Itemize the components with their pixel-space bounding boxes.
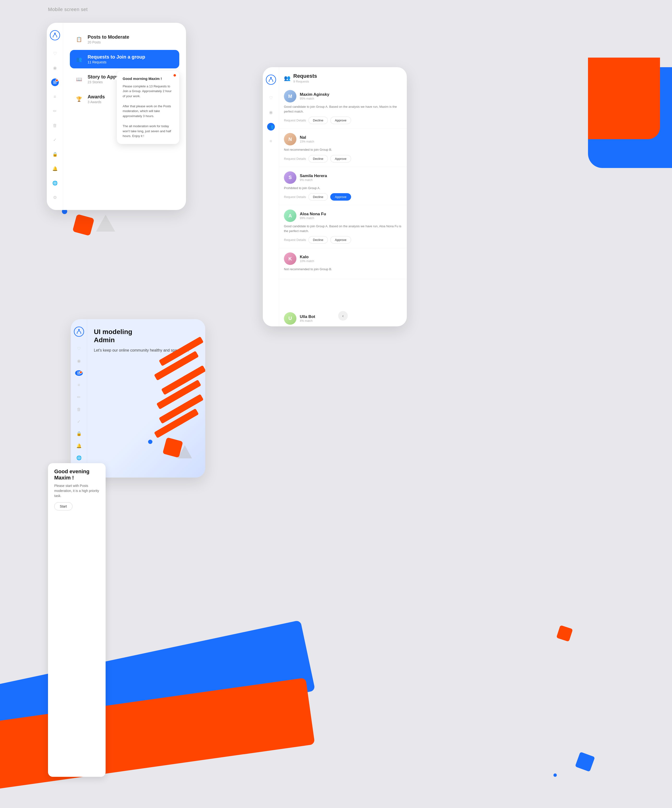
approve-btn-maxim[interactable]: Approve xyxy=(330,117,351,124)
request-item-samila: S Samila Herera 9% match Prohibited to j… xyxy=(279,167,407,205)
phone2-sidebar: ♡ ◉ 👥 ≡ xyxy=(263,67,279,326)
phone2-grid-icon[interactable]: 👥 xyxy=(267,123,275,130)
phone3-check-icon[interactable]: ✓ xyxy=(75,419,83,424)
details-btn-nal[interactable]: Request Details xyxy=(284,157,306,160)
cube-blue-bottom xyxy=(575,752,595,772)
welcome-title: Good evening Maxim ! xyxy=(54,468,99,481)
awards-count: 3 Awards xyxy=(88,100,105,104)
sidebar-location-icon[interactable]: ◉ xyxy=(51,64,59,72)
desc-samila: Prohibited to join Group A. xyxy=(284,186,402,190)
phone3: ♡ ◉ ⊞ ≡ ✏ 🗑 ✓ 🔒 🔔 🌐 ⚙ UI modelingAdmin L… xyxy=(71,319,205,477)
details-btn-maxim[interactable]: Request Details xyxy=(284,119,306,122)
phone3-heart-icon[interactable]: ♡ xyxy=(75,346,83,352)
approve-btn-nal[interactable]: Approve xyxy=(330,155,351,162)
name-maxim: Maxim Aginsky xyxy=(300,92,329,97)
phone2-count: 9 Requests xyxy=(293,80,317,83)
svg-point-4 xyxy=(74,327,84,336)
phone1: ♡ ◉ ⊞ ≡ ✏ 🗑 ✓ 🔒 🔔 🌐 ⚙ 📋 Posts to Moderat… xyxy=(47,23,186,210)
dot-blue-bottom xyxy=(553,773,557,777)
request-item-nal: N Nal 15% match Not recommended to join … xyxy=(279,129,407,167)
match-ulla: 4% match xyxy=(300,319,315,322)
svg-point-1 xyxy=(54,33,56,34)
posts-count: 20 Posts xyxy=(88,40,129,44)
menu-item-posts[interactable]: 📋 Posts to Moderate 20 Posts xyxy=(70,30,179,48)
back-button[interactable]: ‹ xyxy=(338,311,348,321)
decline-btn-aloa[interactable]: Decline xyxy=(308,236,328,244)
svg-point-3 xyxy=(270,77,272,78)
triangle-gray-1 xyxy=(96,215,115,232)
phone2-heart-icon[interactable]: ♡ xyxy=(267,94,275,102)
phone3-grid-icon[interactable]: ⊞ xyxy=(75,370,83,376)
sidebar-layers-icon[interactable]: ≡ xyxy=(51,93,59,100)
phone3-layers-icon[interactable]: ≡ xyxy=(75,382,83,388)
approve-btn-samila[interactable]: Approve xyxy=(330,193,351,200)
details-btn-samila[interactable]: Request Details xyxy=(284,195,306,199)
request-item-kalo: K Kalo 10% match Not recommended to join… xyxy=(279,248,407,279)
phone2-layers-icon[interactable]: ≡ xyxy=(267,137,275,145)
phone1-logo xyxy=(50,30,60,40)
phone1-main: 📋 Posts to Moderate 20 Posts 👥 Requests … xyxy=(63,23,186,210)
cube-orange-1 xyxy=(72,214,95,236)
phone2-header-icon: 👥 xyxy=(284,75,291,81)
notification-greeting: Good morning Maxim ! xyxy=(123,76,174,82)
svg-point-5 xyxy=(78,329,80,331)
sidebar-check-icon[interactable]: ✓ xyxy=(51,136,59,144)
sidebar-heart-icon[interactable]: ♡ xyxy=(51,50,59,57)
svg-point-2 xyxy=(266,75,276,85)
awards-icon: 🏆 xyxy=(75,95,83,104)
phone3-trash-icon[interactable]: 🗑 xyxy=(75,407,83,412)
phone3-globe-icon[interactable]: 🌐 xyxy=(75,455,83,461)
posts-icon: 📋 xyxy=(75,35,83,44)
name-kalo: Kalo xyxy=(300,255,314,259)
phone2-content: 👥 Requests 9 Requests M Maxim Aginsky 95… xyxy=(279,67,407,326)
match-maxim: 95% match xyxy=(300,97,329,100)
desc-maxim: Good candidate to join Group A. Based on… xyxy=(284,104,402,114)
phone3-dot xyxy=(148,440,152,444)
desc-kalo: Not recommended to join Group B. xyxy=(284,267,402,272)
phone2-location-icon[interactable]: ◉ xyxy=(267,109,275,116)
name-ulla: Ulla Bot xyxy=(300,314,315,319)
deco-right-orange xyxy=(588,58,660,139)
avatar-aloa: A xyxy=(284,209,296,222)
sidebar-edit-icon[interactable]: ✏ xyxy=(51,107,59,115)
welcome-bubble: Good evening Maxim ! Please start with P… xyxy=(48,463,105,777)
stories-icon: 📖 xyxy=(75,75,83,83)
decline-btn-samila[interactable]: Decline xyxy=(308,193,328,200)
name-nal: Nal xyxy=(300,135,314,140)
phone3-location-icon[interactable]: ◉ xyxy=(75,358,83,364)
request-item-maxim: M Maxim Aginsky 95% match Good candidate… xyxy=(279,86,407,129)
page-label: Mobile screen set xyxy=(48,7,88,12)
approve-btn-aloa[interactable]: Approve xyxy=(330,236,351,244)
svg-point-0 xyxy=(50,30,60,40)
match-nal: 15% match xyxy=(300,140,314,143)
decline-btn-maxim[interactable]: Decline xyxy=(308,117,328,124)
phone2: ♡ ◉ 👥 ≡ 👥 Requests 9 Requests M Maxim Ag… xyxy=(263,67,407,326)
sidebar-bell-icon[interactable]: 🔔 xyxy=(51,165,59,172)
sidebar-trash-icon[interactable]: 🗑 xyxy=(51,122,59,129)
match-samila: 9% match xyxy=(300,178,327,182)
start-button[interactable]: Start xyxy=(54,502,72,511)
phone2-title: Requests xyxy=(293,73,317,79)
name-aloa: Aloa Nona Fu xyxy=(300,212,326,217)
sidebar-lock-icon[interactable]: 🔒 xyxy=(51,150,59,158)
sidebar-settings-icon[interactable]: ⚙ xyxy=(51,194,59,201)
phone3-edit-icon[interactable]: ✏ xyxy=(75,394,83,400)
avatar-maxim: M xyxy=(284,90,296,102)
posts-label: Posts to Moderate xyxy=(88,34,129,40)
notification-bubble: Good morning Maxim ! Please complete a 1… xyxy=(117,71,179,144)
details-btn-aloa[interactable]: Request Details xyxy=(284,238,306,242)
desc-aloa: Good candidate to join Group A. Based on… xyxy=(284,224,402,233)
requests-count: 11 Requests xyxy=(88,60,145,64)
phone3-lock-icon[interactable]: 🔒 xyxy=(75,431,83,437)
phone3-bell-icon[interactable]: 🔔 xyxy=(75,443,83,449)
decline-btn-nal[interactable]: Decline xyxy=(308,155,328,162)
sidebar-globe-icon[interactable]: 🌐 xyxy=(51,179,59,187)
requests-icon: 👥 xyxy=(75,55,83,63)
sidebar-grid-icon[interactable]: ⊞ xyxy=(51,78,59,86)
phone2-logo xyxy=(266,74,276,85)
menu-item-requests[interactable]: 👥 Requests to Join a group 11 Requests xyxy=(70,50,179,68)
notification-dot-red xyxy=(174,74,176,77)
match-kalo: 10% match xyxy=(300,259,314,263)
avatar-kalo: K xyxy=(284,252,296,265)
phone3-logo xyxy=(74,326,84,337)
